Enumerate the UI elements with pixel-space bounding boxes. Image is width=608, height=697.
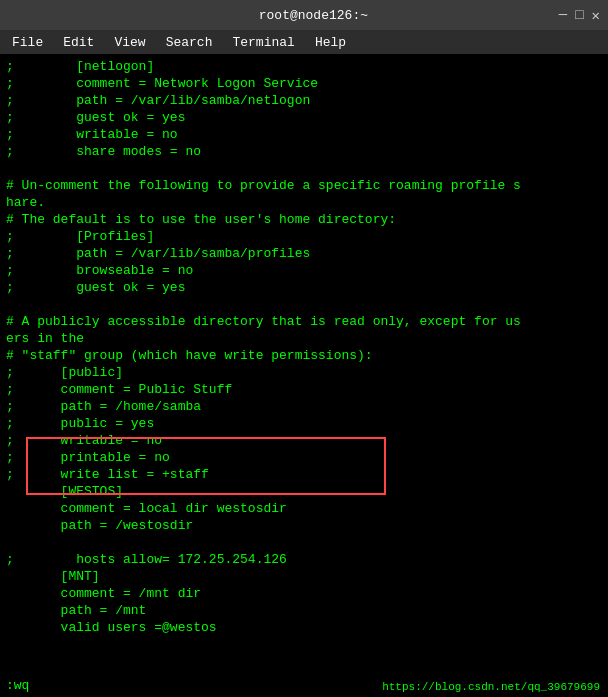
westos-line1: [WESTOS] [6, 483, 602, 500]
line: valid users =@westos [6, 619, 602, 636]
line: ; writable = no [6, 126, 602, 143]
menu-help[interactable]: Help [307, 33, 354, 52]
line: ; [netlogon] [6, 58, 602, 75]
line: path = /mnt [6, 602, 602, 619]
terminal-content: ; [netlogon] ; comment = Network Logon S… [6, 58, 602, 636]
line [6, 534, 602, 551]
line: ; browseable = no [6, 262, 602, 279]
line: # "staff" group (which have write permis… [6, 347, 602, 364]
line: comment = /mnt dir [6, 585, 602, 602]
line: # The default is to use the user's home … [6, 211, 602, 228]
line: # Un-comment the following to provide a … [6, 177, 602, 194]
line: ; guest ok = yes [6, 279, 602, 296]
line: hare. [6, 194, 602, 211]
line: ; hosts allow= 172.25.254.126 [6, 551, 602, 568]
line: # A publicly accessible directory that i… [6, 313, 602, 330]
westos-line3: path = /westosdir [6, 517, 602, 534]
close-button[interactable]: ✕ [592, 7, 600, 24]
line: [MNT] [6, 568, 602, 585]
line: ; writable = no [6, 432, 602, 449]
line: ers in the [6, 330, 602, 347]
minimize-button[interactable]: ─ [559, 7, 567, 24]
line: ; printable = no [6, 449, 602, 466]
line: ; [Profiles] [6, 228, 602, 245]
prompt-text: :wq [6, 678, 29, 693]
line: ; comment = Public Stuff [6, 381, 602, 398]
line: ; path = /var/lib/samba/profiles [6, 245, 602, 262]
line [6, 296, 602, 313]
window-controls: ─ □ ✕ [559, 7, 600, 24]
window-title: root@node126:~ [68, 8, 559, 23]
prompt-line: :wq [6, 678, 29, 693]
line: ; path = /var/lib/samba/netlogon [6, 92, 602, 109]
title-bar: root@node126:~ ─ □ ✕ [0, 0, 608, 30]
westos-line2: comment = local dir westosdir [6, 500, 602, 517]
line: ; path = /home/samba [6, 398, 602, 415]
line: ; share modes = no [6, 143, 602, 160]
line: ; guest ok = yes [6, 109, 602, 126]
menu-bar: File Edit View Search Terminal Help [0, 30, 608, 54]
menu-edit[interactable]: Edit [55, 33, 102, 52]
terminal-body[interactable]: ; [netlogon] ; comment = Network Logon S… [0, 54, 608, 697]
line: ; write list = +staff [6, 466, 602, 483]
menu-view[interactable]: View [106, 33, 153, 52]
menu-search[interactable]: Search [158, 33, 221, 52]
line: ; comment = Network Logon Service [6, 75, 602, 92]
line: ; public = yes [6, 415, 602, 432]
line: ; [public] [6, 364, 602, 381]
line [6, 160, 602, 177]
menu-file[interactable]: File [4, 33, 51, 52]
maximize-button[interactable]: □ [575, 7, 583, 24]
watermark: https://blog.csdn.net/qq_39679699 [382, 681, 600, 693]
menu-terminal[interactable]: Terminal [224, 33, 302, 52]
